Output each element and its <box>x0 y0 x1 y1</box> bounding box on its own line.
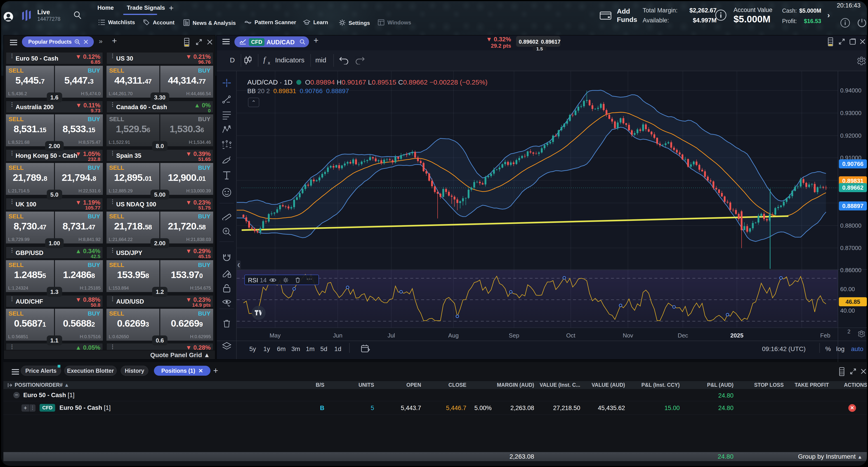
svg-text:f: f <box>264 55 267 64</box>
svg-text:x: x <box>268 60 270 65</box>
